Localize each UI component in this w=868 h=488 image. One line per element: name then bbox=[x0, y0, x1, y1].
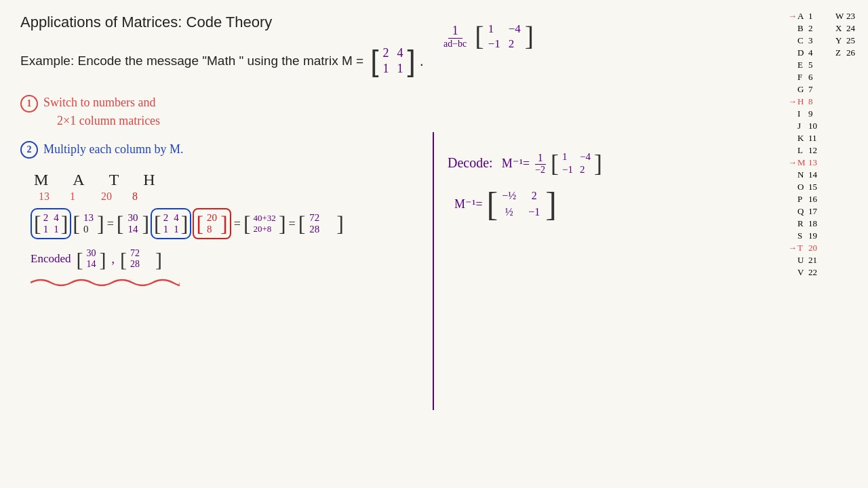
letter-A-chart: A bbox=[797, 11, 807, 22]
fraction-denominator: ad−bc bbox=[441, 39, 469, 49]
chart-row-Z: Z 26 bbox=[835, 47, 860, 58]
num-I: 9 bbox=[808, 108, 822, 119]
result-30-14: [ 30 14 ] bbox=[117, 211, 149, 237]
letter-W-chart: W bbox=[835, 11, 845, 22]
chart-row-J: J 10 bbox=[788, 120, 822, 131]
chart-row-N: N 14 bbox=[788, 169, 822, 180]
num-A: 1 bbox=[808, 11, 822, 22]
num-K: 11 bbox=[808, 133, 822, 144]
chart-row-A: → A 1 bbox=[788, 10, 822, 22]
decode-fraction: 1 −2 bbox=[532, 152, 548, 176]
num-E: 5 bbox=[808, 60, 822, 70]
chart-row-B: B 2 bbox=[788, 22, 822, 34]
step-1-container: 1 Switch to numbers and 2×1 column matri… bbox=[20, 94, 495, 130]
letter-M: M bbox=[34, 171, 48, 189]
step-1-line1: Switch to numbers and bbox=[43, 94, 160, 112]
letter-M-chart: M bbox=[797, 157, 807, 168]
example-line: Example: Encode the message "Math " usin… bbox=[20, 43, 495, 79]
letter-Q-chart: Q bbox=[797, 206, 807, 217]
letter-H: H bbox=[143, 171, 155, 189]
chart-row-Y: Y 25 bbox=[835, 35, 860, 46]
result-72-28: [ 72 28 ] bbox=[298, 211, 344, 237]
letter-T: T bbox=[109, 171, 119, 189]
chart-row-E: E 5 bbox=[788, 59, 822, 70]
matrix-M-encircled: [ 24 11 ] bbox=[31, 208, 71, 239]
chart-row-W: W 23 bbox=[835, 10, 860, 22]
letter-V-chart: V bbox=[797, 267, 807, 278]
m01: 4 bbox=[397, 46, 403, 60]
chart-row-T: → T 20 bbox=[788, 242, 822, 253]
decode-title-text: Decode: bbox=[448, 155, 493, 170]
chart-row-P: P 16 bbox=[788, 193, 822, 205]
decode-line-1: M⁻¹= 1 −2 [ 1−4 −12 ] bbox=[502, 149, 602, 178]
letter-A: A bbox=[73, 171, 84, 189]
wavy-line bbox=[31, 276, 180, 289]
letter-X-chart: X bbox=[835, 23, 845, 34]
chart-row-D: D 4 bbox=[788, 47, 822, 58]
example-text: Example: Encode the message "Math " usin… bbox=[20, 54, 363, 68]
num-8: 8 bbox=[132, 190, 138, 203]
matrix-M-encircled2: [ 24 11 ] bbox=[151, 208, 191, 239]
chart-row-U: U 21 bbox=[788, 254, 822, 266]
arrow-A: → bbox=[788, 11, 796, 22]
chart-row-R: R 18 bbox=[788, 218, 822, 229]
formula-fraction: 1 ad−bc bbox=[441, 24, 469, 49]
letter-R-chart: R bbox=[797, 218, 807, 229]
res-top: 72 bbox=[309, 212, 319, 224]
chart-row-C: C 3 bbox=[788, 35, 822, 46]
num-L: 12 bbox=[808, 145, 822, 156]
decode-title: Decode: M⁻¹= 1 −2 [ 1−4 −12 ] bbox=[448, 149, 602, 178]
chart-row-F: F 6 bbox=[788, 71, 822, 83]
letter-P-chart: P bbox=[797, 194, 807, 205]
num-Q: 17 bbox=[808, 206, 822, 217]
num-J: 10 bbox=[808, 121, 822, 131]
m-inv-label: M⁻¹= bbox=[502, 156, 530, 171]
letter-Y-chart: Y bbox=[835, 35, 845, 46]
comp-top: 40+32 bbox=[254, 213, 276, 224]
step-1-circle: 1 bbox=[20, 95, 38, 113]
arrow-M: → bbox=[788, 157, 796, 168]
letter-H-chart: H bbox=[797, 96, 807, 107]
arrow-H: → bbox=[788, 96, 796, 107]
chart-row-O: O 15 bbox=[788, 181, 822, 192]
equals-2: = bbox=[234, 217, 241, 231]
m11: 1 bbox=[397, 62, 403, 76]
letter-chart: → A 1 B 2 C 3 D 4 E 5 F 6 bbox=[788, 10, 860, 278]
num-S: 19 bbox=[808, 230, 822, 241]
step-2-num: 2 bbox=[27, 144, 32, 155]
letter-O-chart: O bbox=[797, 182, 807, 192]
chart-row-H: → H 8 bbox=[788, 96, 822, 107]
decode-matrix-1: [ 1−4 −12 ] bbox=[551, 149, 602, 178]
num-U: 21 bbox=[808, 255, 822, 266]
encoded-matrix-1: [ 30 14 ] bbox=[76, 247, 106, 270]
letter-L-chart: L bbox=[797, 145, 807, 156]
numbers-row: 13 1 20 8 bbox=[39, 190, 495, 203]
arrow-T: → bbox=[788, 243, 796, 253]
page-title: Applications of Matrices: Code Theory bbox=[20, 14, 495, 31]
chart-col-2: W 23 X 24 Y 25 Z 26 bbox=[835, 10, 860, 278]
chart-row-X: X 24 bbox=[835, 22, 860, 34]
chart-row-Q: Q 17 bbox=[788, 205, 822, 217]
letter-J-chart: J bbox=[797, 121, 807, 131]
step-2-circle: 2 bbox=[20, 141, 38, 159]
num-C: 3 bbox=[808, 35, 822, 46]
num-1: 1 bbox=[70, 190, 75, 203]
comp-bot: 20+8 bbox=[254, 224, 276, 235]
letter-S-chart: S bbox=[797, 230, 807, 241]
decode-line-2: M⁻¹= [ −½2 ½−1 ] bbox=[454, 187, 602, 221]
num-O: 15 bbox=[808, 182, 822, 192]
formula-area: 1 ad−bc [ 1−4 −12 ] bbox=[441, 17, 534, 54]
matrix-M-val: [ 13 0 ] bbox=[73, 211, 104, 237]
letter-K-chart: K bbox=[797, 133, 807, 144]
step-2-text: Multiply each column by M. bbox=[43, 142, 183, 157]
letter-G-chart: G bbox=[797, 84, 807, 95]
letters-row: M A T H bbox=[34, 171, 495, 189]
letter-T-chart: T bbox=[797, 243, 807, 253]
letter-C-chart: C bbox=[797, 35, 807, 46]
step-2-container: 2 Multiply each column by M. bbox=[20, 140, 495, 159]
chart-row-V: V 22 bbox=[788, 266, 822, 278]
chart-row-M: → M 13 bbox=[788, 157, 822, 168]
math-area: M A T H 13 1 20 8 [ 24 11 ] [ bbox=[31, 171, 495, 292]
fraction-numerator: 1 bbox=[448, 24, 462, 39]
matrix-bracket-left: [ 2 4 1 1 ] bbox=[370, 43, 415, 79]
